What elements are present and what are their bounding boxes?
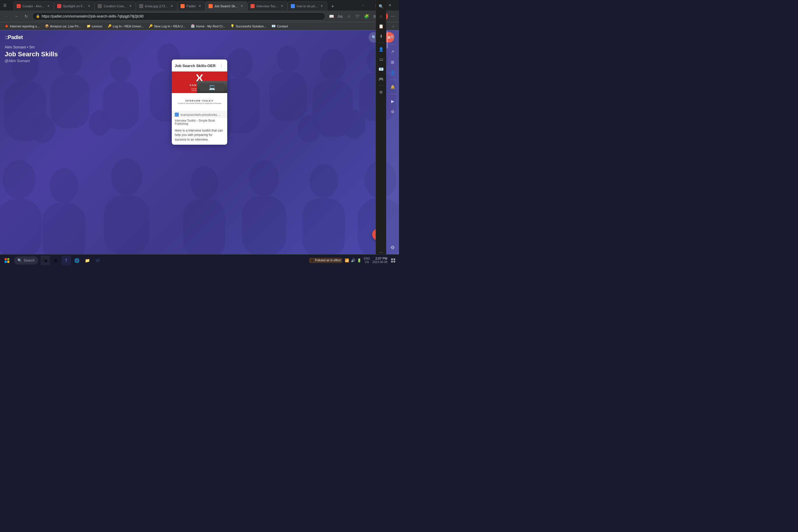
svg-point-12	[320, 49, 346, 80]
edge-sidebar-search[interactable]: 🔍	[377, 2, 385, 11]
browser-essentials-icon[interactable]: 🛡	[354, 12, 362, 20]
back-button[interactable]: ←	[2, 12, 11, 20]
tab-krista[interactable]: krista.jpg (173... ✕	[136, 1, 177, 11]
teams-icon: T	[65, 258, 68, 263]
padlet-background: ::Padlet 🔍 A Alim Somani • 5m Job Search…	[0, 30, 399, 254]
tab-spotlight[interactable]: Spotlight on F... ✕	[54, 1, 95, 11]
padlet-sidebar-play[interactable]: ▶	[388, 97, 397, 106]
forward-button[interactable]: →	[12, 12, 20, 20]
tab-close-job-search[interactable]: ✕	[240, 4, 244, 8]
minimize-button[interactable]: −	[356, 1, 370, 10]
edge-sidebar-history[interactable]: 📋	[377, 22, 385, 30]
taskbar-search-icon: 🔍	[18, 259, 22, 263]
taskbar-app-widgets[interactable]: 🌤	[40, 256, 50, 265]
edge-sidebar-settings[interactable]: ⚙	[377, 88, 385, 96]
tab-padlet[interactable]: Padlet ✕	[177, 1, 205, 11]
network-icon[interactable]: 📶	[345, 259, 349, 263]
card-image: FANSHAWE Employment and Student Entrepre…	[172, 72, 227, 111]
padlet-sidebar-share[interactable]: ↗	[388, 47, 397, 56]
notification-text: Polluted air In effect	[315, 259, 341, 262]
bookmark-successful-solutions[interactable]: 💡 Successful Solution...	[228, 24, 269, 28]
edge-sidebar-outlook[interactable]: 📧	[377, 65, 385, 73]
new-tab-button[interactable]: +	[328, 2, 337, 11]
svg-point-22	[190, 166, 218, 199]
taskbar-search-bar[interactable]: 🔍 Search	[14, 256, 38, 265]
edge-sidebar-favorites[interactable]: ☆	[377, 12, 385, 20]
clock-date: 2023-06-08	[373, 261, 387, 264]
language-indicator[interactable]: ENG US	[364, 257, 370, 264]
padlet-sidebar-copy[interactable]: ⊞	[388, 57, 397, 67]
tab-close-spotlight[interactable]: ✕	[87, 4, 91, 8]
tab-favicon-how-to	[291, 4, 295, 8]
taskbar-clock[interactable]: 2:07 PM 2023-06-08	[373, 256, 387, 264]
refresh-button[interactable]: ↻	[22, 12, 30, 20]
url-display: https://padlet.com/somanialim2/job-searc…	[42, 14, 322, 18]
address-bar[interactable]: 🔒 https://padlet.com/somanialim2/job-sea…	[32, 12, 325, 20]
tab-how-to[interactable]: how to do pri... ✕	[288, 1, 327, 11]
extensions-icon[interactable]: 🧩	[362, 12, 370, 20]
bookmark-amazon[interactable]: 📦 Amazon.ca: Low Pri...	[43, 24, 84, 28]
start-button[interactable]	[2, 256, 12, 265]
taskbar-search-text: Search	[24, 259, 35, 263]
page-scrollbar[interactable]	[386, 30, 388, 254]
edge-sidebar-profile[interactable]: 👤	[377, 45, 385, 53]
card-link-favicon	[175, 113, 179, 117]
tab-title-interview: Interview Too...	[256, 4, 278, 8]
taskbar-app-edge[interactable]: 🌐	[72, 256, 81, 265]
svg-point-10	[277, 45, 299, 72]
tab-interview[interactable]: Interview Too... ✕	[247, 1, 288, 11]
tab-curation[interactable]: Curation Crea... ✕	[95, 1, 136, 11]
add-to-favorites-icon[interactable]: ☆	[345, 12, 353, 20]
tab-close-padlet[interactable]: ✕	[197, 4, 202, 8]
edge-sidebar-downloads[interactable]: ⬇	[377, 32, 385, 40]
svg-point-30	[31, 115, 55, 143]
bookmark-lenovo[interactable]: 📁 Lenovo	[84, 24, 105, 28]
tab-close-how-to[interactable]: ✕	[319, 4, 324, 8]
more-options-icon[interactable]: ⋯	[388, 12, 397, 20]
padlet-sidebar-bell[interactable]: 🔔	[388, 82, 397, 92]
taskbar-app-teams[interactable]: T	[61, 256, 71, 265]
padlet-sidebar-search[interactable]: 🔍	[388, 33, 397, 42]
book-cover: FANSHAWE Employment and Student Entrepre…	[172, 72, 227, 111]
padlet-card: Job Search Skills-OER ⋮ FANSHAWE	[172, 59, 227, 145]
tab-close-krista[interactable]: ✕	[169, 4, 174, 8]
svg-rect-11	[269, 72, 306, 121]
edge-sidebar-apps[interactable]: 🗂	[377, 55, 385, 63]
tab-favicon-interview	[250, 4, 254, 8]
tab-curator[interactable]: Curator - Ann... ✕	[14, 1, 54, 11]
air-quality-notification[interactable]: ⚠ Polluted air In effect	[309, 258, 342, 263]
notification-center-button[interactable]	[390, 257, 397, 264]
bookmark-internet-reporting[interactable]: 🍁 Internet reporting s...	[2, 24, 42, 28]
tab-favicon-curator	[17, 4, 21, 8]
padlet-sidebar-users[interactable]: 👤	[388, 68, 397, 77]
volume-icon[interactable]: 🔊	[351, 259, 355, 263]
window-controls: ☰	[2, 3, 10, 8]
tab-title-spotlight: Spotlight on F...	[63, 4, 85, 8]
padlet-settings-cog[interactable]: ⚙	[388, 243, 397, 252]
windows-logo-icon	[5, 258, 10, 263]
tab-favicon-curation	[98, 4, 102, 8]
bookmark-contact[interactable]: 📧 Contact	[269, 24, 290, 28]
immersive-reader-icon[interactable]: Aa	[336, 12, 344, 20]
card-menu-button[interactable]: ⋮	[218, 62, 224, 69]
reader-view-icon[interactable]: 📖	[327, 12, 336, 20]
taskbar-app-files[interactable]: 📁	[82, 256, 92, 265]
tab-favicon-krista	[139, 4, 143, 8]
padlet-info: Alim Somani • 5m Job Search Skills @Alim…	[5, 45, 58, 63]
tabs-area: Curator - Ann... ✕ Spotlight on F... ✕ C…	[14, 0, 355, 11]
tab-close-interview[interactable]: ✕	[280, 4, 284, 8]
tab-job-search[interactable]: Job Search Sk... ✕	[205, 1, 248, 11]
bookmark-rea-new-login[interactable]: 🔑 New Log In ‹ REA U...	[147, 24, 188, 28]
tab-close-curation[interactable]: ✕	[128, 4, 133, 8]
tab-close-curator[interactable]: ✕	[46, 4, 51, 8]
bookmark-red-cross[interactable]: 🏥 Home - My Red Cr...	[188, 24, 228, 28]
bookmarks-more-button[interactable]: ›	[390, 23, 397, 30]
padlet-sidebar-settings[interactable]: ⚙	[388, 107, 397, 116]
sidebar-toggle-btn[interactable]: ☰	[2, 3, 7, 8]
taskbar-app-word[interactable]: W	[93, 256, 102, 265]
battery-icon[interactable]: 🔋	[357, 259, 361, 263]
taskbar-app-taskview[interactable]: ⊞	[51, 256, 60, 265]
edge-sidebar-games[interactable]: 🎮	[377, 75, 385, 83]
bookmark-rea-login[interactable]: 🔑 Log In ‹ REA Univer...	[105, 24, 146, 28]
card-link[interactable]: ecampusontario.pressbooks....	[172, 111, 227, 118]
